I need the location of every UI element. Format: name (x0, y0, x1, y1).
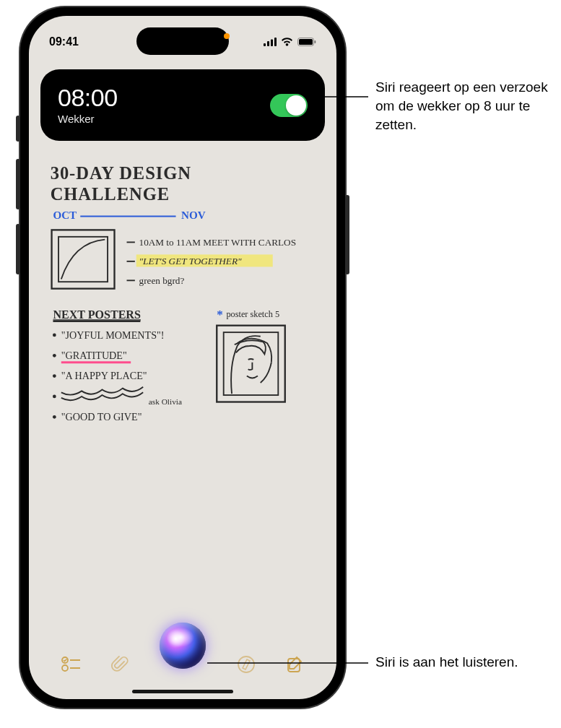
siri-orb-icon[interactable] (160, 623, 206, 669)
battery-icon (297, 38, 316, 46)
siri-alarm-notification[interactable]: 08:00 Wekker (40, 69, 325, 141)
alarm-label: Wekker (58, 113, 118, 125)
svg-rect-5 (299, 39, 313, 45)
status-time: 09:41 (49, 35, 79, 48)
svg-rect-3 (274, 38, 277, 46)
wifi-icon (281, 38, 293, 46)
svg-rect-0 (264, 43, 266, 46)
svg-rect-6 (315, 40, 316, 43)
home-indicator[interactable] (132, 690, 233, 693)
svg-rect-1 (267, 41, 269, 46)
toggle-knob (286, 95, 306, 116)
status-icons (264, 38, 316, 46)
cellular-icon (264, 38, 277, 46)
recording-indicator-icon (224, 33, 230, 39)
alarm-time: 08:00 (58, 85, 118, 110)
notification-content: 08:00 Wekker (58, 85, 118, 125)
callout-alarm: Siri reageert op een verzoek om de wekke… (375, 78, 556, 135)
callout-listening: Siri is aan het luisteren. (375, 653, 518, 672)
dynamic-island[interactable] (136, 27, 229, 55)
alarm-toggle[interactable] (270, 94, 308, 117)
svg-rect-2 (271, 40, 273, 47)
